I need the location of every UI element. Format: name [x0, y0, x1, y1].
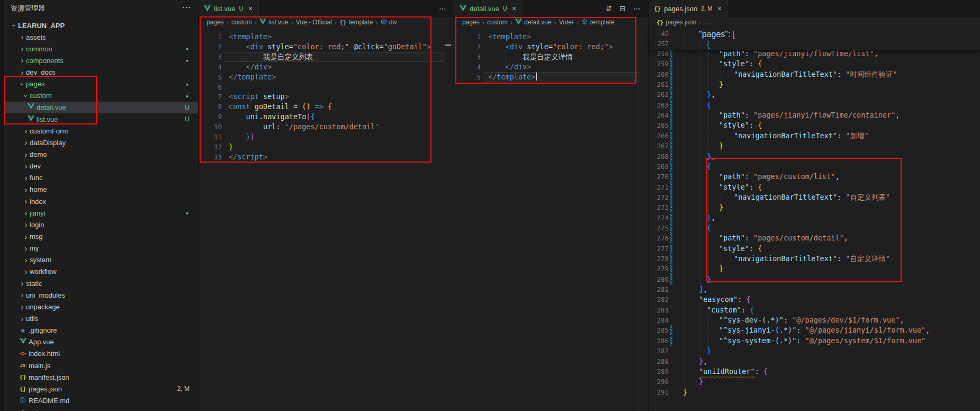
tree-item-dev-docs[interactable]: ›dev_docs: [4, 67, 198, 78]
gutter-modified-indicator: [670, 110, 672, 120]
tree-item-custom[interactable]: ›custom●: [4, 90, 198, 102]
chevron-right-icon: ›: [19, 45, 26, 52]
chevron-right-icon: ›: [22, 139, 30, 146]
code-text: "style": {: [719, 244, 762, 254]
code-text: "style": {: [719, 59, 762, 69]
code-line: 269{: [649, 162, 980, 172]
tree-item-assets[interactable]: ›assets: [4, 31, 198, 43]
tree-item-home[interactable]: ›home: [4, 184, 198, 195]
indent-guide: [700, 192, 701, 202]
tree-item-uni-scss[interactable]: Suni.scss: [4, 407, 198, 411]
indent-guide: [708, 254, 709, 264]
tree-item-dev[interactable]: ›dev: [4, 160, 198, 172]
code-text: "style": {: [719, 182, 762, 192]
chevron-right-icon: ›: [22, 163, 30, 170]
tree-item-app-vue[interactable]: App.vue: [4, 336, 198, 348]
tree-item-label: workflow: [30, 267, 57, 275]
indent-guide: [685, 367, 685, 377]
tree-item-learun-app[interactable]: ›LEARUN_APP: [4, 20, 198, 31]
chevron-right-icon: ›: [22, 233, 30, 240]
line-number: 265: [649, 120, 669, 130]
tree-item-unpackage[interactable]: ›unpackage: [4, 301, 198, 312]
indent-guide: [700, 131, 701, 141]
tree-item-index-html[interactable]: <>index.html: [4, 348, 198, 360]
tree-item-system[interactable]: ›system: [4, 254, 198, 266]
tree-item-index[interactable]: ›index: [4, 195, 198, 207]
code-line: 263{: [649, 100, 980, 110]
indent-guide: [685, 100, 685, 110]
code-editor[interactable]: 258"path": "pages/jianyi/flowTime/list",…: [649, 0, 980, 411]
tree-item-label: unpackage: [26, 303, 60, 311]
line-number: 283: [649, 305, 669, 315]
indent-guide: [708, 69, 709, 79]
gitignore-icon: ◆: [21, 327, 25, 333]
tree-item-readme-md[interactable]: ⓘREADME.md: [4, 395, 198, 406]
tree-item-list-vue[interactable]: list.vueU: [4, 113, 198, 125]
tree-item-jianyi[interactable]: ›jianyi●: [4, 207, 198, 219]
indent-guide: [721, 254, 721, 264]
chevron-right-icon: ›: [22, 186, 30, 193]
more-actions-icon[interactable]: ⋯: [182, 2, 191, 12]
code-text: }: [683, 387, 687, 397]
gutter-modified-indicator: [670, 49, 672, 59]
code-text: "pages": [: [699, 29, 735, 39]
code-line: 6: [199, 82, 454, 92]
tree-item-datadisplay[interactable]: ›dataDisplay: [4, 137, 198, 148]
line-number: 42: [649, 29, 669, 39]
indent-guide: [700, 100, 701, 110]
code-line: 7<script setup>: [199, 92, 454, 102]
line-number: 261: [649, 79, 669, 90]
tree-item-main-js[interactable]: JSmain.js: [4, 360, 198, 371]
indent-guide: [700, 254, 701, 264]
git-untracked-badge: U: [185, 115, 190, 123]
code-line: 273}: [649, 202, 980, 212]
indent-guide: [708, 244, 709, 254]
tree-item-demo[interactable]: ›demo: [4, 149, 198, 160]
tree-item-static[interactable]: ›static: [4, 278, 198, 289]
line-number: 4: [454, 62, 481, 72]
code-line: 283"custom": {: [649, 305, 980, 315]
tree-item-manifest-json[interactable]: {}manifest.json: [4, 371, 198, 383]
line-number: 1: [199, 32, 222, 42]
tree-item--gitignore[interactable]: ◆.gitignore: [4, 325, 198, 336]
tree-item-label: App.vue: [29, 338, 54, 346]
code-text: <script setup>: [229, 92, 289, 102]
code-text: "^sys-system-(.*)": "@/pages/system/$1/f…: [719, 336, 925, 346]
line-number: 260: [649, 69, 669, 79]
line-number: 280: [649, 274, 669, 284]
editor-group-list-vue: list.vue U ✕ ⋯ pages›custom›list.vue›Vue…: [199, 0, 454, 411]
code-text: 我是自定义详情: [488, 52, 573, 62]
chevron-down-icon: ›: [11, 22, 18, 29]
indent-guide: [708, 79, 709, 90]
tree-item-login[interactable]: ›login: [4, 219, 198, 230]
scss-file-icon: S: [21, 409, 24, 411]
indent-guide: [685, 29, 685, 39]
code-line: 8const goDetail = () => {: [199, 102, 454, 112]
code-editor[interactable]: 1<template>2 <div style="color: red;" @c…: [199, 0, 454, 411]
line-number: 9: [199, 112, 222, 122]
code-text: },: [707, 151, 715, 162]
tree-item-common[interactable]: ›common●: [4, 43, 198, 55]
tree-item-pages[interactable]: ›pages●: [4, 78, 198, 90]
indent-guide: [685, 151, 685, 162]
code-line: 262},: [649, 90, 980, 100]
tree-item-msg[interactable]: ›msg: [4, 231, 198, 243]
code-text: ],: [699, 284, 707, 294]
tree-item-label: uni_modules: [26, 291, 65, 299]
tree-item-label: msg: [30, 233, 43, 240]
indent-guide: [700, 325, 701, 335]
code-editor[interactable]: 1<template>2 <div style="color: red;">3 …: [454, 0, 648, 411]
tree-item-func[interactable]: ›func: [4, 172, 198, 184]
tree-item-pages-json[interactable]: {}pages.json2, M: [4, 383, 198, 395]
tree-item-detail-vue[interactable]: detail.vueU: [4, 102, 198, 113]
tree-item-customform[interactable]: ›customForm: [4, 125, 198, 137]
code-text: "navigationBarTitleText": "时间组件验证": [734, 69, 897, 79]
tree-item-utils[interactable]: ›utils: [4, 313, 198, 325]
tree-item-workflow[interactable]: ›workflow: [4, 266, 198, 278]
sticky-scroll: 42"pages": [257{: [649, 28, 980, 50]
tree-item-uni-modules[interactable]: ›uni_modules: [4, 289, 198, 301]
tree-item-components[interactable]: ›components●: [4, 55, 198, 66]
tree-item-my[interactable]: ›my: [4, 243, 198, 254]
code-text: </div>: [488, 62, 531, 72]
code-line: 279}: [649, 264, 980, 274]
